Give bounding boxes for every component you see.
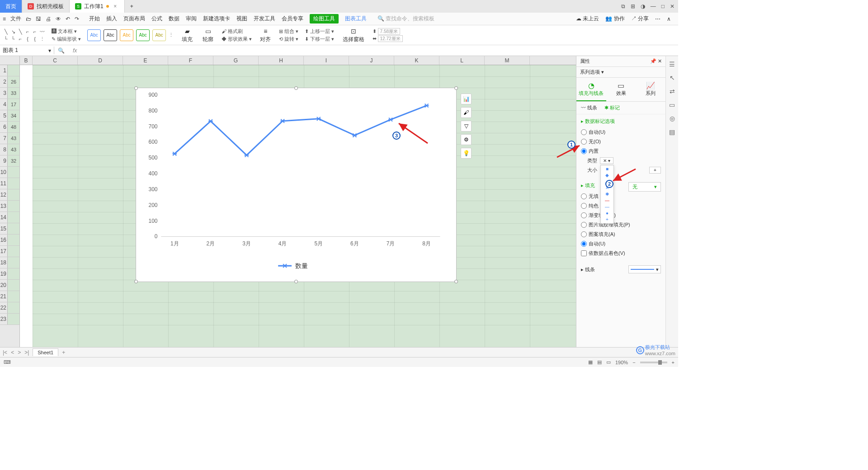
chart-settings-icon[interactable]: ⚙ [461, 134, 472, 145]
col-head[interactable]: C [33, 56, 78, 65]
tab-draw-tools[interactable]: 绘图工具 [310, 14, 339, 24]
print-icon[interactable]: 🖨 [46, 16, 51, 22]
close-tab-icon[interactable]: × [112, 3, 119, 9]
zoom-in-icon[interactable]: + [672, 360, 675, 365]
col-head[interactable]: F [168, 56, 213, 65]
col-head[interactable]: H [259, 56, 304, 65]
redo-icon[interactable]: ↷ [75, 16, 79, 22]
fill-button[interactable]: ▰填充 [180, 26, 194, 44]
more-icon[interactable]: ⋯ [655, 16, 660, 22]
align-button[interactable]: ≡对齐 [258, 26, 273, 44]
chart-elements-icon[interactable]: 📊 [461, 94, 472, 104]
tab-layout[interactable]: 页面布局 [123, 15, 145, 23]
size-plus-button[interactable]: + [649, 167, 661, 174]
save-icon[interactable]: 🖫 [36, 16, 41, 22]
shape-effect-button[interactable]: ◆ 形状效果 ▾ [222, 36, 252, 42]
format-brush-button[interactable]: 🖌 格式刷 [222, 28, 252, 35]
view-layout-icon[interactable]: ▤ [597, 359, 602, 365]
cursor-icon[interactable]: ↖ [670, 74, 675, 81]
sheet-last-icon[interactable]: >| [24, 349, 29, 356]
sheet-first-icon[interactable]: |< [3, 349, 7, 356]
radio-builtin[interactable]: 内置 [581, 146, 661, 156]
pin-icon[interactable]: 📌 [650, 58, 656, 64]
col-head[interactable]: K [394, 56, 439, 65]
marker-type-select[interactable]: ✕ ▾ ■◆▲✕✱——●+ [600, 157, 613, 164]
chart-idea-icon[interactable]: 💡 [461, 148, 472, 159]
open-icon[interactable]: 🗁 [26, 16, 31, 22]
col-head[interactable]: M [485, 56, 530, 65]
radio-pattern[interactable]: 图案填充(A) [581, 230, 661, 239]
radio-none[interactable]: 无(O) [581, 137, 661, 146]
textbox-button[interactable]: 🅰 文本框 ▾ [52, 28, 81, 35]
col-head[interactable]: E [123, 56, 168, 65]
radio-nofill[interactable]: 无填 [581, 192, 661, 201]
col-head[interactable]: L [439, 56, 485, 65]
height-input[interactable]: 7.58厘米 [378, 28, 400, 35]
width-input[interactable]: 12.72厘米 [378, 35, 403, 42]
radio-solid[interactable]: 纯色 [581, 201, 661, 211]
chart-filter-icon[interactable]: ▽ [461, 121, 472, 132]
hamburger-icon[interactable]: ≡ [3, 16, 6, 22]
apps-icon[interactable]: ⊞ [631, 3, 635, 9]
command-search[interactable]: 🔍 查找命令、搜索模板 [377, 15, 434, 23]
cloud-status[interactable]: ☁ 未上云 [576, 15, 599, 23]
rotate-button[interactable]: ⟲ 旋转 ▾ [279, 36, 298, 42]
file-menu[interactable]: 文件 [10, 15, 21, 23]
sheet-next-icon[interactable]: > [18, 349, 21, 356]
tab-start[interactable]: 开始 [89, 15, 100, 23]
layout-icon[interactable]: ⧉ [621, 3, 625, 9]
coop-button[interactable]: 👥 协作 [605, 15, 624, 23]
side-settings-icon[interactable]: ⇄ [670, 88, 675, 95]
sheet-tab[interactable]: Sheet1 [33, 348, 58, 356]
tab-chart-tools[interactable]: 图表工具 [345, 15, 367, 23]
view-normal-icon[interactable]: ▦ [588, 359, 593, 365]
bring-forward-button[interactable]: ⬆ 上移一层 ▾ [305, 28, 334, 35]
add-sheet-icon[interactable]: + [62, 349, 65, 356]
series-options-dropdown[interactable]: 系列选项 ▾ [576, 67, 665, 78]
col-head[interactable]: G [213, 56, 259, 65]
col-head[interactable]: J [349, 56, 394, 65]
view-page-icon[interactable]: ▭ [606, 359, 611, 365]
radio-gradient[interactable]: 渐变填充(G) [581, 211, 661, 220]
radio-auto[interactable]: 自动(U) [581, 127, 661, 137]
fill-select[interactable]: 无▾ [628, 182, 661, 192]
collapse-ribbon-icon[interactable]: ∧ [667, 16, 671, 22]
tab-newtab[interactable]: 新建选项卡 [203, 15, 230, 23]
shape-gallery[interactable]: ╲↘╲⌐⌐〰 └└⌐{{⋮ [3, 28, 45, 42]
radio-picture[interactable]: 图片或纹理填充(P) [581, 220, 661, 230]
col-head[interactable]: D [78, 56, 123, 65]
zoom-value[interactable]: 190% [615, 360, 628, 365]
selection-pane-button[interactable]: ⊡选择窗格 [341, 26, 366, 44]
close-window-button[interactable]: ✕ [670, 3, 675, 9]
zoom-fx-icon[interactable]: 🔍 [54, 47, 68, 54]
worksheet[interactable]: B C D E F G H I J K L M 1226333417534648… [0, 56, 576, 347]
share-button[interactable]: ↗ 分享 [631, 15, 649, 23]
add-tab-button[interactable]: + [125, 0, 139, 13]
subtab-line[interactable]: 〰 线条 [581, 104, 597, 111]
tab-workbook[interactable]: S 工作簿1 × [70, 0, 125, 13]
ptab-fill-line[interactable]: ◔填充与线条 [576, 78, 606, 101]
group-button[interactable]: ⊞ 组合 ▾ [279, 28, 298, 35]
line-section-title[interactable]: ▸ 线条 [581, 266, 595, 273]
tab-review[interactable]: 审阅 [186, 15, 197, 23]
line-preview[interactable]: ▾ [628, 265, 661, 273]
zoom-out-icon[interactable]: − [632, 360, 635, 365]
side-box-icon[interactable]: ▭ [669, 101, 675, 108]
minimize-button[interactable]: — [651, 3, 656, 9]
close-panel-icon[interactable]: ✕ [658, 58, 662, 64]
tab-formula[interactable]: 公式 [151, 15, 162, 23]
side-home-icon[interactable]: ☰ [669, 61, 675, 68]
tab-insert[interactable]: 插入 [106, 15, 117, 23]
preview-icon[interactable]: 👁 [56, 16, 61, 22]
chart-object[interactable]: 01002003004005006007008009001月2月3月4月5月6月… [136, 88, 457, 282]
side-target-icon[interactable]: ◎ [670, 115, 675, 122]
col-head[interactable]: I [304, 56, 349, 65]
tab-view[interactable]: 视图 [236, 15, 247, 23]
send-backward-button[interactable]: ⬇ 下移一层 ▾ [305, 36, 334, 42]
sheet-prev-icon[interactable]: < [11, 349, 14, 356]
outline-button[interactable]: ▭轮廓 [201, 26, 215, 44]
maximize-button[interactable]: □ [661, 3, 665, 9]
chart-brush-icon[interactable]: 🖌 [461, 107, 472, 118]
side-sheet-icon[interactable]: ▤ [669, 128, 675, 136]
avatar-icon[interactable]: ◑ [641, 3, 645, 9]
